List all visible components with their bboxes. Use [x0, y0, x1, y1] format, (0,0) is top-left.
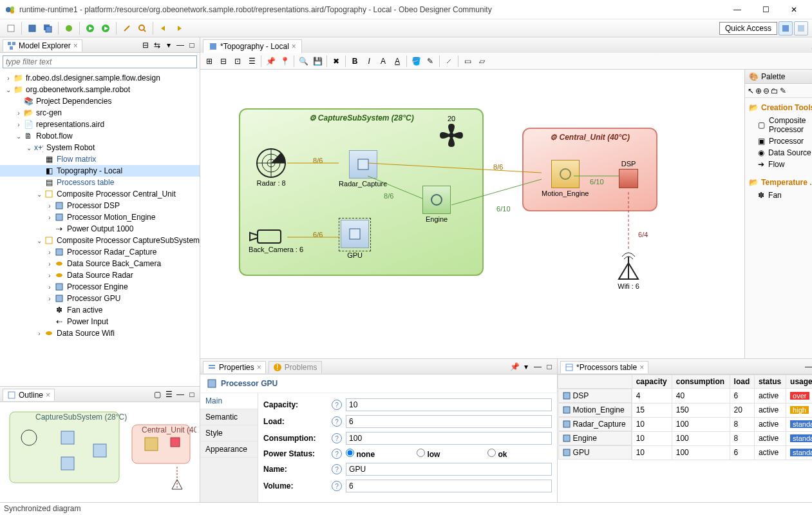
col-usage[interactable]: usage — [786, 375, 812, 389]
tree-item[interactable]: ⇢Power Output 1000 — [0, 223, 200, 235]
view-menu-icon[interactable]: ▾ — [521, 362, 531, 372]
filter-button[interactable]: ▱ — [475, 55, 488, 68]
maximize-view-icon[interactable]: □ — [544, 362, 554, 372]
note-tool[interactable]: 🗀 — [771, 86, 779, 95]
tree-item[interactable]: ›Processor Radar_Capture — [0, 246, 200, 258]
col-capacity[interactable]: capacity — [632, 375, 672, 389]
volume-input[interactable] — [346, 480, 552, 492]
layers-button[interactable]: ☰ — [245, 55, 258, 68]
problems-tab[interactable]: ! Problems — [269, 361, 322, 373]
radio-none[interactable]: none — [346, 449, 410, 459]
tree-item[interactable]: ›Data Source Back_Camera — [0, 258, 200, 269]
tree-item[interactable]: ⌄Composite Processor Central_Unit — [0, 188, 200, 200]
maximize-view-icon[interactable]: □ — [187, 389, 197, 400]
close-tab-icon[interactable]: × — [292, 42, 296, 51]
line-color-button[interactable]: ✎ — [424, 55, 437, 68]
help-icon[interactable]: ? — [332, 449, 342, 459]
link-editor-icon[interactable]: ⇆ — [152, 40, 162, 50]
zoom-out-tool[interactable]: ⊖ — [763, 86, 770, 95]
close-tab-icon[interactable]: × — [257, 363, 261, 372]
load-input[interactable] — [346, 415, 552, 428]
tree-item[interactable]: ⌄Composite Processor CaptureSubSystem — [0, 235, 200, 246]
tree-item[interactable]: 📚Project Dependencies — [0, 95, 200, 107]
wand-button[interactable] — [120, 21, 134, 35]
minimize-button[interactable]: — — [724, 5, 750, 14]
table-row[interactable]: Motion_Engine 1515020active high — [558, 403, 812, 417]
table-row[interactable]: Radar_Capture 101008active standard — [558, 417, 812, 431]
font-color-button[interactable]: A — [391, 55, 404, 68]
show-hide-button[interactable]: ▭ — [461, 55, 474, 68]
run-button[interactable] — [83, 21, 97, 35]
pin-button[interactable]: 📌 — [264, 55, 277, 68]
distribute-button[interactable]: ⊡ — [231, 55, 244, 68]
props-tab-style[interactable]: Style — [200, 425, 258, 442]
perspective-design-button[interactable] — [779, 21, 793, 35]
zoom-button[interactable]: 🔍 — [297, 55, 310, 68]
tree-item[interactable]: ▦Flow matrix — [0, 153, 200, 165]
tree-item[interactable]: ⌄📁org.obeonetwork.sample.robot — [0, 84, 200, 95]
minimize-view-icon[interactable]: — — [533, 362, 543, 372]
tree-item[interactable]: ›Data Source Radar — [0, 269, 200, 281]
tree-item[interactable]: ›Processor GPU — [0, 293, 200, 304]
debug-button[interactable] — [62, 21, 76, 35]
zoom-in-tool[interactable]: ⊕ — [755, 86, 762, 95]
back-button[interactable] — [156, 21, 171, 35]
italic-button[interactable]: I — [363, 55, 375, 68]
outline-thumbnail[interactable]: CaptureSubSystem (28°C) Central_Unit (40… — [0, 402, 200, 499]
quick-access-button[interactable]: Quick Access — [719, 22, 777, 35]
help-icon[interactable]: ? — [332, 416, 342, 427]
line-style-button[interactable]: ⟋ — [442, 55, 455, 68]
radio-ok[interactable]: ok — [487, 449, 552, 459]
props-tab-appearance[interactable]: Appearance — [200, 442, 258, 458]
maximize-view-icon[interactable]: □ — [187, 40, 197, 50]
unpin-button[interactable]: 📍 — [278, 55, 291, 68]
tree-item[interactable]: ›📄representations.aird — [0, 119, 200, 130]
tree-item[interactable]: ⌄🗎Robot.flow — [0, 130, 200, 142]
outline-tab[interactable]: Outline × — [3, 389, 55, 401]
new-button[interactable] — [4, 21, 18, 35]
palette-processor[interactable]: ▣Processor — [749, 135, 812, 147]
back-camera-node[interactable]: Back_Camera : 6 — [249, 228, 303, 253]
help-icon[interactable]: ? — [332, 400, 342, 410]
model-explorer-tab[interactable]: Model Explorer × — [3, 39, 82, 52]
palette-section-creation[interactable]: 📂 Creation Tools — [749, 103, 812, 112]
props-tab-semantic[interactable]: Semantic — [200, 409, 258, 425]
wifi-node[interactable]: Wifi : 6 — [612, 250, 645, 290]
tree-item-topography[interactable]: ◧Topography - Local — [0, 165, 200, 177]
help-icon[interactable]: ? — [332, 464, 342, 474]
tree-item[interactable]: ›Processor Motion_Engine — [0, 211, 200, 223]
editor-tab-topography[interactable]: *Topography - Local × — [203, 39, 302, 53]
palette-datasource[interactable]: ◉Data Source — [749, 147, 812, 159]
palette-section-temperature[interactable]: 📂 Temperature ... — [749, 178, 812, 187]
tree-item[interactable]: ›📁fr.obeo.dsl.designer.sample.flow.desig… — [0, 72, 200, 84]
palette-fan[interactable]: ✽Fan — [749, 189, 812, 201]
gpu-node[interactable]: GPU — [339, 218, 371, 259]
tree-item[interactable]: ⇠Power Input — [0, 316, 200, 327]
table-row[interactable]: GPU 101006active standard — [558, 445, 812, 460]
outline-tree-icon[interactable]: ☰ — [164, 389, 174, 400]
select-tool[interactable]: ↖ — [748, 86, 754, 95]
radar-node[interactable]: Radar : 8 — [255, 147, 287, 187]
engine-node[interactable]: Engine — [422, 186, 451, 223]
motion-engine-node[interactable]: Motion_Engine — [542, 160, 589, 197]
close-tab-icon[interactable]: × — [639, 363, 644, 372]
search-button[interactable] — [135, 21, 149, 35]
diagram-canvas[interactable]: ⚙ CaptureSubSystem (28°C) 20 Radar : 8 — [200, 70, 744, 358]
minimize-view-icon[interactable]: — — [175, 389, 185, 400]
tree-item[interactable]: ›📂src-gen — [0, 107, 200, 119]
processors-table[interactable]: capacity consumption load status usage D… — [558, 374, 812, 502]
save-button[interactable] — [25, 21, 39, 35]
consumption-input[interactable] — [346, 432, 552, 445]
props-tab-main[interactable]: Main — [200, 393, 258, 409]
help-icon[interactable]: ? — [332, 481, 342, 491]
tree-item[interactable]: ›Processor DSP — [0, 200, 200, 211]
radio-low[interactable]: low — [417, 449, 481, 459]
name-input[interactable] — [346, 463, 552, 476]
col-consumption[interactable]: consumption — [672, 375, 730, 389]
help-icon[interactable]: ? — [332, 433, 342, 443]
tree-item[interactable]: ▤Processors table — [0, 177, 200, 188]
delete-button[interactable]: ✖ — [330, 55, 343, 68]
minimize-view-icon[interactable]: — — [804, 362, 812, 372]
forward-button[interactable] — [172, 21, 186, 35]
palette-composite[interactable]: ▢Composite Processor — [749, 115, 812, 135]
